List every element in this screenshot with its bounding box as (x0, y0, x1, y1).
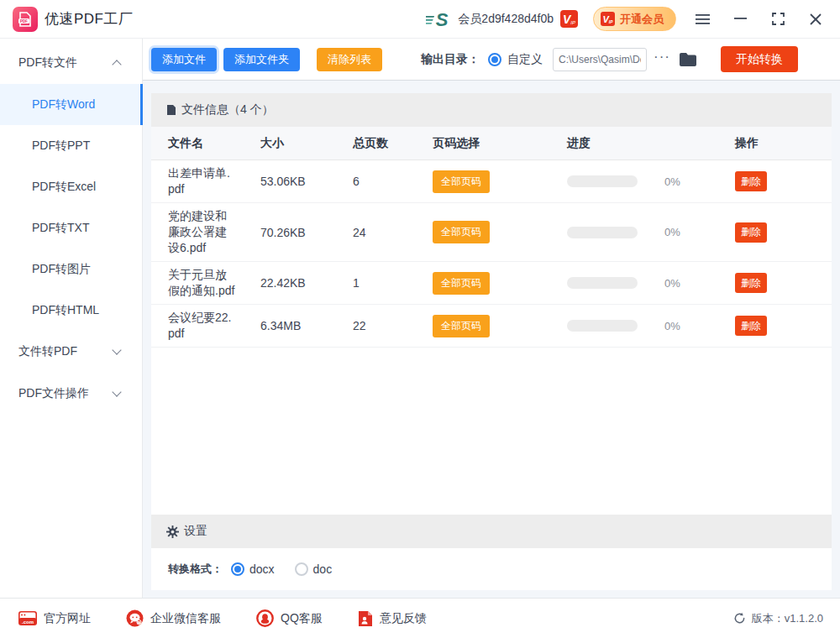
sidebar-section-pdf-operations[interactable]: PDF文件操作 (0, 373, 142, 415)
sidebar-item-pdf-to-word[interactable]: PDF转Word (0, 84, 142, 125)
settings-bar: 设置 (151, 515, 832, 548)
page-select-button[interactable]: 全部页码 (433, 315, 490, 337)
progress-value: 0% (664, 175, 680, 188)
progress-value: 0% (664, 277, 680, 290)
sidebar-section-label: 文件转PDF (18, 344, 77, 359)
sidebar-item-pdf-to-excel[interactable]: PDF转Excel (0, 166, 142, 207)
page-select-button[interactable]: 全部页码 (433, 221, 490, 243)
progress-value: 0% (664, 226, 680, 238)
delete-button[interactable]: 删除 (735, 316, 767, 336)
sidebar-item-pdf-to-txt[interactable]: PDF转TXT (0, 207, 142, 248)
version-area: 版本：v1.1.2.0 (733, 611, 823, 626)
custom-output-label: 自定义 (507, 52, 543, 67)
format-option-doc[interactable]: doc (295, 562, 333, 576)
window-controls (690, 12, 828, 27)
file-pages: 6 (353, 175, 433, 188)
output-dir-label: 输出目录： (421, 52, 480, 67)
file-info-bar: 文件信息（4 个） (151, 93, 832, 127)
menu-icon[interactable] (695, 12, 710, 27)
page-select-button[interactable]: 全部页码 (433, 272, 490, 295)
add-file-button[interactable]: 添加文件 (151, 48, 217, 71)
table-row: 出差申请单.pdf 53.06KB 6 全部页码 0% 删除 (151, 160, 832, 203)
delete-button[interactable]: 删除 (735, 273, 767, 293)
open-vip-button[interactable]: VIP 开通会员 (593, 7, 676, 31)
chevron-down-icon (112, 345, 121, 354)
official-site-link[interactable]: .com 官方网址 (18, 611, 91, 626)
sidebar-item-label: PDF转HTML (32, 303, 99, 318)
browse-ellipsis-button[interactable]: ··· (654, 49, 670, 65)
gear-icon (166, 526, 179, 538)
col-pages: 总页数 (353, 136, 433, 151)
vip-v: V (563, 12, 570, 28)
format-option-docx[interactable]: docx (231, 562, 275, 576)
delete-button[interactable]: 删除 (735, 222, 767, 243)
sidebar-section-label: PDF转文件 (18, 55, 77, 71)
qq-service-link[interactable]: QQ客服 (256, 609, 323, 627)
page-select-button[interactable]: 全部页码 (433, 170, 490, 193)
progress-bar (567, 175, 638, 187)
open-vip-label: 开通会员 (620, 12, 664, 27)
sidebar-item-label: PDF转Excel (32, 180, 96, 195)
add-folder-button[interactable]: 添加文件夹 (223, 48, 300, 71)
col-progress: 进度 (567, 136, 735, 151)
svg-text:微: 微 (136, 620, 141, 625)
file-size: 53.06KB (260, 175, 353, 188)
content-background: 文件信息（4 个） 文件名 大小 总页数 页码选择 进度 操作 出差申请单.pd… (143, 81, 840, 598)
member-area[interactable]: S 会员2d9f428d4f0b VIP (426, 9, 578, 29)
svg-text:.com: .com (22, 620, 34, 625)
feedback-icon (358, 610, 373, 627)
file-panel: 文件信息（4 个） 文件名 大小 总页数 页码选择 进度 操作 出差申请单.pd… (151, 93, 832, 590)
format-option-label: doc (313, 562, 333, 576)
wechat-service-link[interactable]: 微 企业微信客服 (126, 609, 221, 627)
feedback-link[interactable]: 意见反馈 (358, 610, 427, 627)
progress-bar (567, 227, 638, 238)
sidebar-item-pdf-to-image[interactable]: PDF转图片 (0, 248, 142, 290)
radio-docx[interactable] (231, 562, 244, 576)
svg-text:PDF: PDF (20, 18, 28, 23)
feedback-label: 意见反馈 (380, 611, 427, 626)
sidebar-section-file-to-pdf[interactable]: 文件转PDF (0, 331, 142, 373)
sidebar-item-pdf-to-html[interactable]: PDF转HTML (0, 290, 142, 331)
document-icon (166, 104, 176, 116)
close-icon[interactable] (808, 12, 823, 27)
custom-output-radio[interactable] (488, 53, 501, 66)
file-pages: 1 (353, 276, 433, 290)
file-info-title: 文件信息（4 个） (181, 102, 274, 118)
vip-ip: IP (609, 18, 613, 26)
table-row: 党的建设和廉政公署建设6.pdf 70.26KB 24 全部页码 0% 删除 (151, 203, 832, 262)
start-convert-button[interactable]: 开始转换 (721, 46, 798, 72)
sidebar-item-label: PDF转图片 (32, 262, 91, 277)
app-title: 优速PDF工厂 (45, 9, 134, 29)
table-row: 关于元旦放假的通知.pdf 22.42KB 1 全部页码 0% 删除 (151, 262, 832, 305)
folder-icon[interactable] (679, 52, 697, 67)
toolbar: 添加文件 添加文件夹 清除列表 输出目录： 自定义 ··· 开始转换 (143, 39, 840, 81)
wechat-service-label: 企业微信客服 (150, 611, 221, 626)
delete-button[interactable]: 删除 (735, 171, 767, 191)
sidebar-item-label: PDF转PPT (32, 139, 90, 154)
minimize-icon[interactable] (732, 12, 748, 27)
sidebar-section-pdf-to-file[interactable]: PDF转文件 (0, 42, 142, 84)
file-name: 党的建设和廉政公署建设6.pdf (168, 203, 235, 261)
settings-row: 转换格式： docx doc (151, 548, 832, 590)
vip-badge-icon: VIP (560, 10, 578, 28)
vip-mini-icon: VIP (601, 12, 615, 26)
file-name: 会议纪要22.pdf (168, 305, 235, 347)
sidebar-item-label: PDF转Word (32, 97, 95, 112)
wechat-service-icon: 微 (126, 609, 144, 627)
maximize-icon[interactable] (770, 12, 785, 27)
clear-list-button[interactable]: 清除列表 (317, 48, 382, 71)
footer: .com 官方网址 微 企业微信客服 QQ客服 意见反馈 (0, 598, 840, 638)
file-pages: 24 (353, 226, 433, 239)
sidebar-item-pdf-to-ppt[interactable]: PDF转PPT (0, 125, 142, 166)
radio-doc[interactable] (295, 562, 308, 576)
col-size: 大小 (260, 136, 353, 151)
sidebar: PDF转文件 PDF转Word PDF转PPT PDF转Excel PDF转TX… (0, 39, 143, 598)
progress-value: 0% (664, 320, 680, 332)
progress-bar (567, 277, 638, 289)
chevron-down-icon (112, 387, 121, 396)
file-name: 出差申请单.pdf (168, 160, 235, 202)
format-option-label: docx (249, 562, 275, 576)
refresh-icon[interactable] (733, 612, 746, 625)
output-path-input[interactable] (553, 48, 647, 71)
member-name: 会员2d9f428d4f0b (458, 12, 554, 27)
